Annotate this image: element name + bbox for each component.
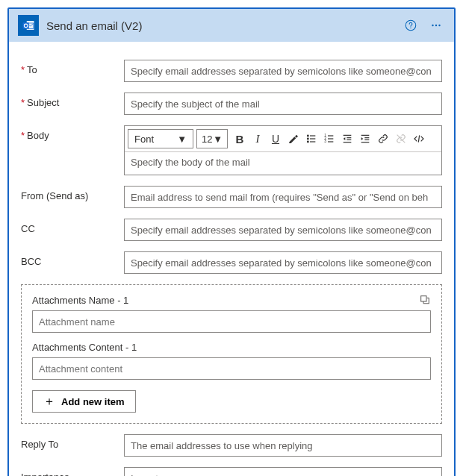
attachment-content-label: Attachments Content - 1 (32, 342, 431, 353)
add-item-label: Add new item (61, 396, 125, 407)
bcc-label: BCC (21, 251, 116, 267)
indent-button[interactable] (356, 130, 374, 148)
to-label: To (21, 60, 116, 75)
action-card: Send an email (V2) To Subject Body Font (7, 7, 456, 476)
bcc-input[interactable] (124, 251, 442, 274)
reply-to-input[interactable] (124, 434, 442, 457)
from-label: From (Send as) (21, 186, 116, 201)
link-button[interactable] (374, 130, 392, 148)
bold-button[interactable]: B (231, 130, 249, 148)
caret-down-icon: ▼ (177, 134, 187, 145)
card-body: To Subject Body Font ▼ 12 ▼ (9, 42, 454, 476)
highlight-button[interactable] (285, 130, 302, 148)
svg-point-6 (435, 25, 437, 26)
to-input[interactable] (124, 60, 442, 82)
attachment-name-label: Attachments Name - 1 (32, 295, 128, 306)
font-size-select[interactable]: 12 ▼ (196, 129, 228, 148)
plus-icon: ＋ (43, 394, 55, 410)
font-select-value: Font (134, 134, 154, 145)
body-editor-area[interactable]: Specify the body of the mail (125, 152, 441, 175)
reply-to-label: Reply To (21, 434, 116, 450)
outlook-icon (18, 15, 39, 36)
svg-point-8 (307, 135, 308, 137)
bullet-list-button[interactable] (302, 130, 320, 148)
font-select[interactable]: Font ▼ (128, 129, 193, 148)
attachment-content-input[interactable] (32, 357, 431, 380)
caret-down-icon: ▼ (213, 134, 223, 145)
svg-point-4 (410, 28, 411, 28)
importance-label: Importance (21, 467, 116, 476)
more-button[interactable] (427, 16, 445, 34)
code-view-button[interactable] (410, 130, 428, 148)
array-mode-toggle-icon[interactable] (419, 294, 431, 306)
outdent-button[interactable] (338, 130, 356, 148)
subject-input[interactable] (124, 93, 442, 115)
from-input[interactable] (124, 186, 442, 208)
svg-line-29 (418, 135, 419, 142)
svg-point-12 (307, 141, 308, 143)
svg-point-10 (307, 138, 308, 140)
attachment-name-input[interactable] (32, 310, 431, 333)
font-size-value: 12 (202, 134, 212, 145)
numbered-list-button[interactable]: 123 (320, 130, 338, 148)
add-new-item-button[interactable]: ＋ Add new item (32, 390, 136, 413)
svg-point-7 (438, 25, 440, 26)
rich-editor: Font ▼ 12 ▼ B I U (124, 125, 442, 175)
svg-point-5 (432, 25, 433, 26)
cc-label: CC (21, 219, 116, 234)
svg-rect-1 (23, 22, 29, 28)
cc-input[interactable] (124, 219, 442, 241)
importance-placeholder: Importance (131, 473, 179, 477)
chevron-down-icon (425, 473, 435, 476)
italic-button[interactable]: I (249, 130, 267, 148)
card-header: Send an email (V2) (9, 9, 454, 42)
body-label: Body (21, 125, 116, 141)
editor-toolbar: Font ▼ 12 ▼ B I U (125, 126, 441, 152)
svg-rect-30 (421, 296, 426, 301)
svg-text:3: 3 (324, 140, 326, 143)
unlink-button[interactable] (392, 130, 410, 148)
help-button[interactable] (402, 16, 420, 34)
card-title: Send an email (V2) (46, 19, 394, 32)
underline-button[interactable]: U (267, 130, 285, 148)
attachments-section: Attachments Name - 1 Attachments Content… (21, 284, 442, 424)
subject-label: Subject (21, 93, 116, 108)
importance-select[interactable]: Importance (124, 467, 442, 476)
